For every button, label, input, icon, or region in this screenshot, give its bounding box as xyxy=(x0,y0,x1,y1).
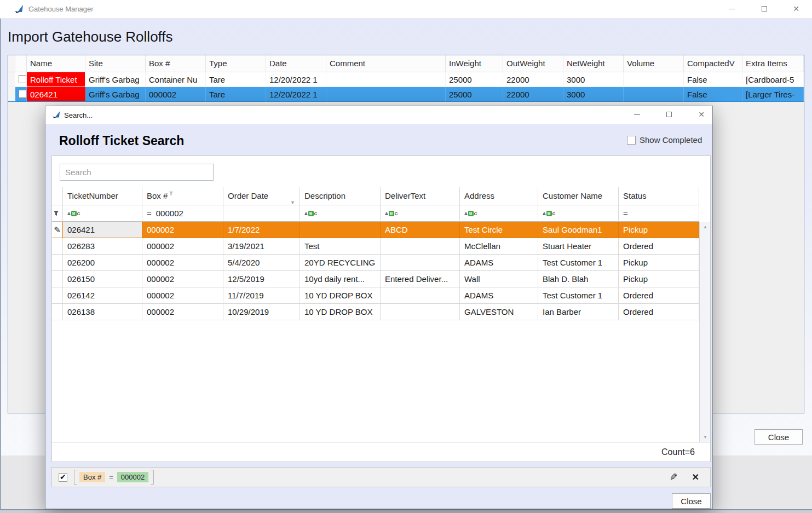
grid-row[interactable]: 026138 000002 10/29/2019 10 YD DROP BOX … xyxy=(52,304,699,320)
dialog-maximize-button[interactable] xyxy=(658,107,680,122)
cell-description[interactable]: 20YD RECYCLING xyxy=(300,255,381,271)
sort-dropdown-icon[interactable]: ▼ xyxy=(290,194,295,205)
cell-box[interactable]: 000002 xyxy=(142,304,223,320)
main-minimize-button[interactable] xyxy=(721,2,742,16)
cell-name[interactable]: Rolloff Ticket xyxy=(27,72,85,87)
cell-address[interactable]: GALVESTON xyxy=(460,304,538,320)
filter-value-chip[interactable]: 000002 xyxy=(117,472,148,482)
main-maximize-button[interactable] xyxy=(753,2,775,16)
cell-box[interactable]: 000002 xyxy=(146,87,206,102)
cell-delivertext[interactable] xyxy=(381,304,460,320)
cell-orderdate[interactable]: 12/5/2019 xyxy=(223,271,300,287)
column-header-volume[interactable]: Volume xyxy=(624,55,684,72)
cell-ticketnumber[interactable]: 026150 xyxy=(63,271,142,287)
scroll-up-icon[interactable]: ▲ xyxy=(700,222,711,232)
column-header-inweight[interactable]: InWeight xyxy=(446,55,503,72)
grid-row[interactable]: 026283 000002 3/19/2021 Test McClellan S… xyxy=(52,238,699,255)
cell-delivertext[interactable] xyxy=(381,238,460,255)
column-header-compactedv[interactable]: CompactedV xyxy=(684,55,742,72)
cell-inweight[interactable]: 25000 xyxy=(446,72,503,87)
cell-extra-items[interactable]: [Cardboard-5 xyxy=(742,72,804,87)
filter-cell-address[interactable]: ABC xyxy=(460,205,538,222)
cell-delivertext[interactable]: ABCD xyxy=(381,222,460,238)
cell-site[interactable]: Griff's Garbag xyxy=(85,87,146,102)
filter-operator[interactable]: = xyxy=(109,473,113,481)
filter-cell-status[interactable]: = xyxy=(619,205,699,222)
cell-extra-items[interactable]: [Larger Tires- xyxy=(742,87,804,102)
filter-field-chip[interactable]: Box # xyxy=(79,472,105,482)
cell-delivertext[interactable] xyxy=(381,287,460,304)
column-filter-icon[interactable] xyxy=(169,188,174,198)
show-completed-checkbox[interactable] xyxy=(627,136,636,145)
filter-cell-orderdate[interactable] xyxy=(223,205,300,222)
edit-filter-icon[interactable]: ✎ xyxy=(670,471,677,483)
main-close-window-button[interactable]: ✕ xyxy=(785,2,807,16)
cell-customer[interactable]: Test Customer 1 xyxy=(538,255,619,271)
cell-description[interactable]: 10yd daily rent... xyxy=(300,271,381,287)
column-header-customer-name[interactable]: Customer Name xyxy=(538,187,619,205)
cell-orderdate[interactable]: 1/7/2022 xyxy=(223,222,300,238)
cell-address[interactable]: ADAMS xyxy=(460,255,538,271)
grid-row-selected[interactable]: ✎ 026421 000002 1/7/2022 ABCD Test Circl… xyxy=(52,222,699,238)
cell-delivertext[interactable] xyxy=(381,255,460,271)
cell-address[interactable]: Test Circle xyxy=(460,222,538,238)
cell-address[interactable]: Wall xyxy=(460,271,538,287)
cell-customer[interactable]: Blah D. Blah xyxy=(538,271,619,287)
cell-status[interactable]: Ordered xyxy=(619,304,699,320)
cell-orderdate[interactable]: 3/19/2021 xyxy=(223,238,300,255)
search-input[interactable] xyxy=(60,164,214,181)
cell-box[interactable]: 000002 xyxy=(142,255,223,271)
equals-operator-icon[interactable]: = xyxy=(147,205,152,221)
cell-orderdate[interactable]: 10/29/2019 xyxy=(223,304,300,320)
cell-address[interactable]: McClellan xyxy=(460,238,538,255)
column-header-orderdate[interactable]: Order Date▼ xyxy=(223,187,300,205)
cell-description[interactable]: 10 YD DROP BOX xyxy=(300,287,381,304)
table-row[interactable]: Rolloff Ticket Griff's Garbag Container … xyxy=(8,72,804,87)
cell-box[interactable]: 000002 xyxy=(142,222,223,238)
cell-box[interactable]: 000002 xyxy=(142,238,223,255)
cell-address[interactable]: ADAMS xyxy=(460,287,538,304)
column-header-site[interactable]: Site xyxy=(85,55,146,72)
cell-compactedv[interactable]: False xyxy=(684,72,742,87)
grid-row[interactable]: 026150 000002 12/5/2019 10yd daily rent.… xyxy=(52,271,699,287)
cell-orderdate[interactable]: 11/7/2019 xyxy=(223,287,300,304)
column-header-comment[interactable]: Comment xyxy=(326,55,446,72)
cell-comment[interactable] xyxy=(326,87,446,102)
cell-status[interactable]: Ordered xyxy=(619,287,699,304)
column-header-delivertext[interactable]: DeliverText xyxy=(381,187,460,205)
column-header-extra-items[interactable]: Extra Items xyxy=(742,55,804,72)
filter-cell-delivertext[interactable]: ABC xyxy=(381,205,460,222)
dialog-close-button[interactable]: Close xyxy=(672,493,711,509)
column-header-name[interactable]: Name xyxy=(27,55,85,72)
filter-cell-box[interactable]: = 000002 xyxy=(142,205,223,222)
cell-outweight[interactable]: 22000 xyxy=(503,87,563,102)
cell-type[interactable]: Tare xyxy=(206,87,266,102)
equals-operator-icon[interactable]: = xyxy=(623,205,628,221)
cell-inweight[interactable]: 25000 xyxy=(446,87,503,102)
column-header-outweight[interactable]: OutWeight xyxy=(503,55,563,72)
filter-expression[interactable]: Box # = 000002 xyxy=(74,470,154,485)
cell-date[interactable]: 12/20/2022 1 xyxy=(266,87,326,102)
cell-status[interactable]: Pickup xyxy=(619,222,699,238)
cell-site[interactable]: Griff's Garbag xyxy=(85,72,146,87)
column-header-ticketnumber[interactable]: TicketNumber xyxy=(63,187,142,205)
cell-volume[interactable] xyxy=(624,87,684,102)
filter-cell-ticketnumber[interactable]: ABC xyxy=(63,205,142,222)
column-header-box[interactable]: Box # xyxy=(146,55,206,72)
cell-description[interactable]: Test xyxy=(300,238,381,255)
cell-box[interactable]: 000002 xyxy=(142,271,223,287)
cell-outweight[interactable]: 22000 xyxy=(503,72,563,87)
cell-box[interactable]: Container Nu xyxy=(146,72,206,87)
column-header-address[interactable]: Address xyxy=(460,187,538,205)
filter-cell-customer-name[interactable]: ABC xyxy=(538,205,619,222)
column-header-date[interactable]: Date xyxy=(266,55,326,72)
cell-type[interactable]: Tare xyxy=(206,72,266,87)
cell-compactedv[interactable]: False xyxy=(684,87,742,102)
column-header-netweight[interactable]: NetWeight xyxy=(563,55,624,72)
cell-date[interactable]: 12/20/2022 1 xyxy=(266,72,326,87)
clear-filter-icon[interactable]: ✕ xyxy=(692,472,699,482)
grid-row[interactable]: 026142 000002 11/7/2019 10 YD DROP BOX A… xyxy=(52,287,699,304)
dialog-close-window-button[interactable]: ✕ xyxy=(690,107,712,122)
row-checkbox-cell[interactable] xyxy=(15,72,27,87)
row-checkbox[interactable] xyxy=(19,75,27,83)
